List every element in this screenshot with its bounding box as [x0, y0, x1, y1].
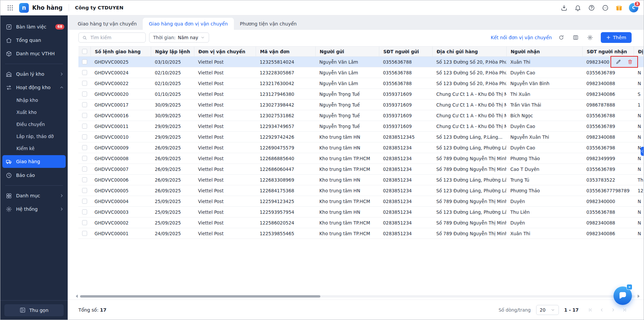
- row-checkbox[interactable]: [78, 132, 90, 142]
- column-header-so-lenh-giao-hang[interactable]: Số lệnh giao hàng: [90, 47, 151, 56]
- sidebar-item-he-thong[interactable]: Hệ thống: [0, 202, 68, 216]
- row-checkbox[interactable]: [78, 89, 90, 99]
- row-checkbox[interactable]: [78, 228, 90, 239]
- table-row[interactable]: GHDVVC0000726/09/2025Viettel Post1226860…: [78, 164, 644, 175]
- row-checkbox[interactable]: [78, 57, 90, 67]
- first-page-button[interactable]: [586, 306, 595, 314]
- column-header-sdt-nguoi-nhan[interactable]: SĐT người nhận: [582, 47, 634, 56]
- search-input[interactable]: [90, 35, 142, 41]
- refresh-icon[interactable]: [556, 33, 566, 43]
- page-size-value: 20: [540, 307, 545, 313]
- row-checkbox[interactable]: [78, 164, 90, 174]
- table-row[interactable]: GHDVVC0000325/09/2025Viettel Post1225939…: [78, 207, 644, 217]
- row-checkbox[interactable]: [78, 196, 90, 206]
- row-checkbox[interactable]: [78, 100, 90, 110]
- row-checkbox[interactable]: [78, 67, 90, 78]
- column-header-nguoi-nhan[interactable]: Người nhận: [506, 47, 582, 56]
- add-button[interactable]: + Thêm: [601, 32, 632, 43]
- gift-icon[interactable]: [615, 4, 623, 11]
- page-size-select[interactable]: 20: [536, 305, 559, 315]
- tab-phuong-tien-van-chuyen[interactable]: Phương tiện vận chuyển: [234, 18, 303, 30]
- row-checkbox[interactable]: [78, 121, 90, 131]
- sidebar-item-danh-muc-vthh[interactable]: Danh mục VTHH: [0, 47, 68, 60]
- column-header-ngay-lap-lenh[interactable]: Ngày lập lệnh: [151, 47, 194, 56]
- tab-giao-hang-tu-van-chuyen[interactable]: Giao hàng tự vận chuyển: [72, 18, 143, 30]
- row-checkbox[interactable]: [78, 78, 90, 88]
- column-header-sdt-nguoi-gui[interactable]: SĐT người gửi: [379, 47, 432, 56]
- sidebar-item-danh-muc[interactable]: Danh mục: [0, 189, 68, 202]
- sidebar-item-lap-rap-thao-do[interactable]: Lắp ráp, tháo dỡ: [0, 130, 68, 142]
- row-checkbox[interactable]: [78, 175, 90, 185]
- edit-icon[interactable]: [616, 59, 621, 65]
- column-header-dia-chi-gui-hang[interactable]: Địa chỉ gửi hàng: [432, 47, 506, 56]
- sidebar-item-giao-hang[interactable]: Giao hàng: [2, 155, 66, 168]
- bell-icon[interactable]: [574, 4, 581, 11]
- scroll-left-arrow[interactable]: [76, 295, 78, 298]
- chat-widget-button[interactable]: ×: [614, 286, 632, 305]
- row-checkbox[interactable]: [78, 142, 90, 153]
- table-row[interactable]: GHDVVC0000225/09/2025Viettel Post1225860…: [78, 217, 644, 228]
- sidebar-item-hoat-dong-kho[interactable]: Hoạt động kho: [0, 81, 68, 94]
- scrollbar-thumb[interactable]: [80, 295, 320, 298]
- table-row[interactable]: GHDVVC0001129/09/2025Viettel Post1229347…: [78, 121, 644, 132]
- table-row[interactable]: GHDVVC0000124/09/2025Viettel Post1225398…: [78, 228, 644, 239]
- sidebar-item-quan-ly-kho[interactable]: Quản lý kho: [0, 67, 68, 81]
- previous-page-button[interactable]: [597, 306, 606, 314]
- table-row[interactable]: GHDVVC0000926/09/2025Viettel Post1226904…: [78, 142, 644, 153]
- sidebar-item-nhap-kho[interactable]: Nhập kho: [0, 94, 68, 106]
- sidebar-item-kiem-ke[interactable]: Kiểm kê: [0, 142, 68, 154]
- settings-gear-icon[interactable]: [585, 33, 595, 43]
- scroll-right-arrow[interactable]: [638, 295, 640, 298]
- table-row[interactable]: GHDVVC0002202/10/2025Viettel Post1232176…: [78, 78, 644, 89]
- sidebar-item-ban-lam-viec[interactable]: Bàn làm việc68: [0, 20, 68, 34]
- table-row[interactable]: GHDVVC0002001/10/2025Viettel Post1231279…: [78, 89, 644, 100]
- column-header-don-vi-van-chuyen[interactable]: Đơn vị vận chuyển: [194, 47, 256, 56]
- row-checkbox[interactable]: [78, 185, 90, 196]
- horizontal-scrollbar[interactable]: [76, 294, 640, 298]
- columns-icon[interactable]: [571, 33, 581, 43]
- table-row[interactable]: GHDVVC0000626/09/2025Viettel Post1226833…: [78, 175, 644, 185]
- row-checkbox[interactable]: [78, 153, 90, 164]
- delete-icon[interactable]: [627, 59, 633, 65]
- report-icon: [6, 172, 12, 179]
- column-header-ma-van-don[interactable]: Mã vận đơn: [256, 47, 315, 56]
- table-row[interactable]: GHDVVC0002402/10/2025Viettel Post1232283…: [78, 67, 644, 78]
- table-row[interactable]: GHDVVC0000826/09/2025Viettel Post1226868…: [78, 153, 644, 164]
- more-icon[interactable]: [601, 4, 609, 11]
- cell-date: 25/09/2025: [151, 217, 194, 228]
- table-row[interactable]: GHDVVC0000526/09/2025Viettel Post1226841…: [78, 185, 644, 196]
- column-header-nguoi-gui[interactable]: Người gửi: [315, 47, 379, 56]
- select-all-checkbox[interactable]: [78, 47, 90, 56]
- sidebar-item-bao-cao[interactable]: Báo cáo: [0, 169, 68, 182]
- table-row[interactable]: GHDVVC0001730/09/2025Viettel Post1230273…: [78, 100, 644, 110]
- connect-carrier-link[interactable]: Kết nối đơn vị vận chuyển: [491, 35, 552, 40]
- cell-tracking: 122690475579: [256, 142, 315, 153]
- scrollbar-track[interactable]: [80, 295, 635, 298]
- table-row[interactable]: GHDVVC0001029/09/2025Viettel Post1229297…: [78, 132, 644, 142]
- table-row[interactable]: GHDVVC0000425/09/2025Viettel Post1225941…: [78, 196, 644, 207]
- panel-expand-tab[interactable]: [641, 147, 644, 156]
- row-checkbox[interactable]: [78, 217, 90, 228]
- table-row[interactable]: GHDVVC0001630/09/2025Viettel Post1230275…: [78, 110, 644, 121]
- download-icon[interactable]: [560, 4, 568, 11]
- help-icon[interactable]: [588, 4, 595, 11]
- sidebar-item-xuat-kho[interactable]: Xuất kho: [0, 106, 68, 118]
- next-page-button[interactable]: [609, 306, 618, 314]
- cell-receiver: Duyên Cao: [506, 121, 582, 131]
- row-checkbox[interactable]: [78, 110, 90, 121]
- app-launcher-icon[interactable]: [6, 4, 14, 11]
- chat-close-badge[interactable]: ×: [627, 284, 632, 290]
- sidebar-item-dieu-chuyen[interactable]: Điều chuyển: [0, 118, 68, 130]
- user-avatar[interactable]: C 3: [629, 3, 638, 12]
- cell-receiver: Xuân Thi: [506, 228, 582, 239]
- search-box[interactable]: [78, 33, 146, 43]
- time-filter-select[interactable]: Thời gian: Năm nay: [149, 33, 209, 43]
- column-header-di[interactable]: Đị: [634, 47, 644, 56]
- last-page-button[interactable]: [620, 306, 629, 314]
- row-checkbox[interactable]: [78, 207, 90, 217]
- table-row[interactable]: GHDVVC0002503/10/2025Viettel Post1232558…: [78, 57, 644, 67]
- sidebar-item-tong-quan[interactable]: Tổng quan: [0, 34, 68, 47]
- collapse-sidebar-button[interactable]: Thu gọn: [4, 304, 64, 316]
- tab-giao-hang-qua-don-vi-van-chuyen[interactable]: Giao hàng qua đơn vị vận chuyển: [143, 18, 234, 30]
- chat-bubble-icon: [618, 291, 628, 301]
